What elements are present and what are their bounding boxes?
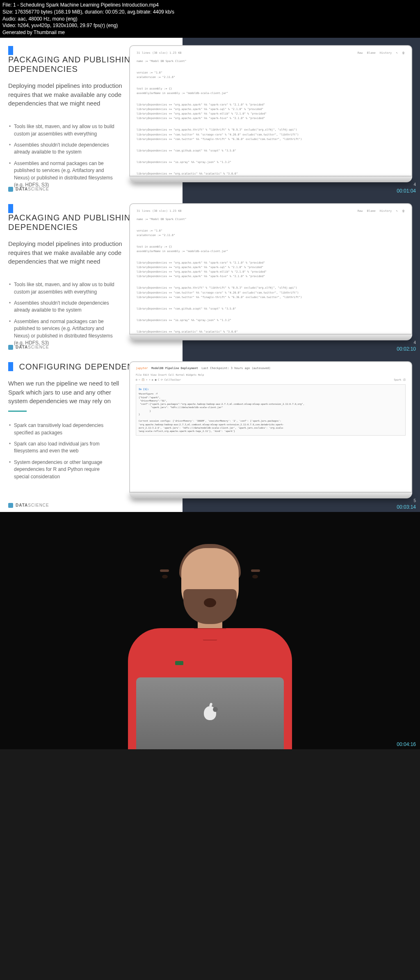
- bullet-item: Assemblies shouldn't include dependencie…: [8, 142, 115, 156]
- datascience-logo: DATASCIENCE: [8, 503, 49, 508]
- presenter-frame: 00:04:16: [0, 512, 420, 749]
- slide-2: PACKAGING AND PUBLISHING DEPENDENCIES De…: [0, 196, 420, 354]
- file-actions: Raw Blame History ✎ 🗑: [355, 209, 405, 214]
- notebook-title: ModelDB Pipeline Deployment: [151, 367, 198, 370]
- title-accent: [8, 46, 13, 55]
- checkpoint-text: Last Checkpoint: 3 hours ago (autosaved): [201, 367, 271, 370]
- underline-accent: [8, 411, 27, 412]
- file-actions: Raw Blame History ✎ 🗑: [355, 51, 405, 56]
- bullet-item: Assemblies shouldn't include dependencie…: [8, 300, 115, 314]
- apple-logo-icon: [204, 706, 216, 720]
- logo-cube-icon: [8, 503, 13, 508]
- timestamp: 00:01:04: [397, 188, 416, 194]
- bullet-item: Spark can transitively load dependencies…: [8, 422, 115, 436]
- logo-cube-icon: [8, 345, 13, 350]
- spark-indicator: Spark ⚪: [394, 378, 406, 382]
- timestamp: 00:02:10: [397, 346, 416, 352]
- trash-icon: 🗑: [402, 209, 405, 213]
- code-block: name := "Model DB Spark Client" version …: [137, 59, 405, 177]
- code-screen: 31 lines (30 sloc) 1.23 KB Raw Blame His…: [129, 203, 412, 335]
- laptop-mockup: 31 lines (30 sloc) 1.23 KB Raw Blame His…: [129, 45, 412, 185]
- trash-icon: 🗑: [402, 51, 405, 55]
- slide-number: 4: [413, 182, 416, 187]
- bullet-item: Assemblies and normal packages can be pu…: [8, 160, 115, 189]
- datascience-logo: DATASCIENCE: [8, 345, 49, 350]
- slide-number: 5: [413, 498, 416, 503]
- jupyter-logo: jupyter: [136, 367, 148, 370]
- jupyter-toolbar: ⊞ ✂ 📋 ⬆ ⬇ ▶ ■ C ⟳ CellToolbar: [136, 378, 181, 382]
- timestamp: 00:03:14: [397, 504, 416, 510]
- presenter: [124, 536, 296, 749]
- presenter-laptop: [136, 677, 284, 749]
- logo-cube-icon: [8, 187, 13, 192]
- cell-content: %%configure -f {"kind":"spark", "driverM…: [139, 392, 403, 433]
- slide-1: PACKAGING AND PUBLISHING DEPENDENCIES De…: [0, 38, 420, 196]
- title-accent: [8, 362, 13, 371]
- datascience-logo: DATASCIENCE: [8, 187, 49, 192]
- bullet-item: Assemblies and normal packages can be pu…: [8, 318, 115, 347]
- file-name: File: 1 - Scheduling Spark Machine Learn…: [2, 2, 418, 9]
- code-block: name := "Model DB Spark Client" version …: [137, 217, 405, 335]
- file-generator: Generated by Thumbnail me: [2, 29, 418, 36]
- jupyter-screen: jupyter ModelDB Pipeline Deployment Last…: [129, 361, 412, 493]
- bullet-item: Spark can also load individual jars from…: [8, 441, 115, 455]
- bullet-item: System dependencies or other language de…: [8, 459, 115, 480]
- bullet-item: Tools like sbt, maven, and ivy allow us …: [8, 281, 115, 296]
- slide-3: CONFIGURING DEPENDENCIES When we run the…: [0, 354, 420, 512]
- file-video: Video: h264, yuv420p, 1920x1080, 29.97 f…: [2, 22, 418, 29]
- timestamp: 00:04:16: [397, 741, 416, 747]
- file-metadata: File: 1 - Scheduling Spark Machine Learn…: [0, 0, 420, 38]
- bullet-item: Tools like sbt, maven, and ivy allow us …: [8, 123, 115, 138]
- in-label: In [1]:: [139, 388, 149, 390]
- laptop-mockup: 31 lines (30 sloc) 1.23 KB Raw Blame His…: [129, 203, 412, 343]
- file-stats: 31 lines (30 sloc) 1.23 KB: [137, 209, 182, 214]
- slide-intro: Deploying model pipelines into productio…: [8, 239, 123, 266]
- jupyter-cell: In [1]: %%configure -f {"kind":"spark", …: [136, 384, 406, 436]
- slide-intro: When we run the pipeline we need to tell…: [8, 379, 123, 406]
- title-accent: [8, 204, 13, 213]
- code-screen: 31 lines (30 sloc) 1.23 KB Raw Blame His…: [129, 45, 412, 177]
- slide-number: 4: [413, 340, 416, 345]
- file-audio: Audio: aac, 48000 Hz, mono (eng): [2, 16, 418, 23]
- pencil-icon: ✎: [396, 209, 398, 213]
- file-size: Size: 176356770 bytes (168.19 MiB), dura…: [2, 9, 418, 16]
- pencil-icon: ✎: [396, 51, 398, 55]
- laptop-mockup: jupyter ModelDB Pipeline Deployment Last…: [129, 361, 412, 501]
- file-stats: 31 lines (30 sloc) 1.23 KB: [137, 51, 182, 56]
- jupyter-menu: File Edit View Insert Cell Kernel Widget…: [136, 373, 406, 377]
- slide-intro: Deploying model pipelines into productio…: [8, 81, 123, 108]
- lacoste-logo-icon: [175, 661, 183, 665]
